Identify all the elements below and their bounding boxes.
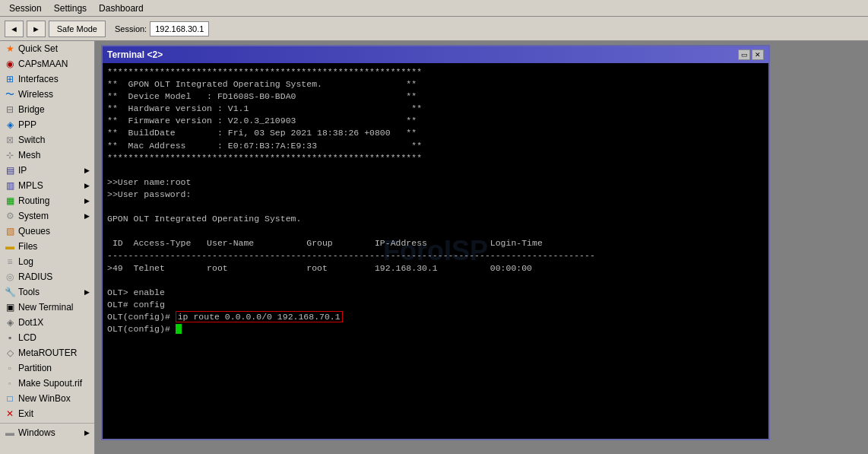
terminal-line: ** Mac Address : E0:67:B3:7A:E9:33 **	[107, 140, 764, 152]
sidebar-label-files: Files	[18, 241, 37, 252]
sidebar-item-mesh[interactable]: ⊹ Mesh	[0, 148, 94, 163]
dot1x-icon: ◈	[5, 317, 15, 328]
sidebar-label-bridge: Bridge	[18, 104, 45, 115]
terminal-line: ID Access-Type User-Name Group IP-Addres…	[107, 237, 764, 249]
terminal-line: ** Hardware version : V1.1 **	[107, 103, 764, 115]
session-value: 192.168.30.1	[150, 21, 209, 37]
sidebar-label-make-supout: Make Supout.rif	[18, 378, 82, 389]
sidebar-label-new-terminal: New Terminal	[18, 302, 73, 313]
partition-icon: ▫	[5, 363, 15, 373]
sidebar-item-quick-set[interactable]: ★ Quick Set	[0, 41, 94, 56]
sidebar-item-windows[interactable]: ▬ Windows ▶	[0, 425, 94, 440]
terminal-line: OLT# config	[107, 299, 764, 311]
sidebar-label-tools: Tools	[18, 287, 40, 297]
main-area: ★ Quick Set ◉ CAPsMAAN ⊞ Interfaces 〜 Wi…	[0, 41, 868, 454]
sidebar-label-wireless: Wireless	[18, 89, 53, 100]
sidebar-label-dot1x: Dot1X	[18, 317, 43, 328]
sidebar-item-metarouter[interactable]: ◇ MetaROUTER	[0, 345, 94, 360]
menu-dashboard[interactable]: Dashboard	[93, 2, 150, 15]
sidebar: ★ Quick Set ◉ CAPsMAAN ⊞ Interfaces 〜 Wi…	[0, 41, 95, 454]
radius-icon: ◎	[5, 271, 15, 282]
new-terminal-icon: ▣	[5, 302, 15, 313]
sidebar-item-bridge[interactable]: ⊟ Bridge	[0, 102, 94, 117]
windows-arrow: ▶	[84, 429, 90, 437]
terminal-close-btn[interactable]: ✕	[752, 49, 764, 60]
terminal-line: ** Firmware version : V2.0.3_210903 **	[107, 115, 764, 127]
sidebar-item-lcd[interactable]: ▪ LCD	[0, 330, 94, 345]
log-icon: ≡	[5, 256, 15, 267]
sidebar-divider	[0, 423, 94, 424]
capsman-icon: ◉	[5, 59, 15, 69]
ip-arrow: ▶	[84, 167, 90, 174]
toolbar: ◄ ► Safe Mode Session: 192.168.30.1	[0, 17, 868, 41]
terminal-prompt-line: OLT(config)#	[107, 323, 764, 335]
sidebar-item-log[interactable]: ≡ Log	[0, 254, 94, 269]
ip-icon: ▤	[5, 165, 15, 176]
sidebar-item-ip[interactable]: ▤ IP ▶	[0, 163, 94, 178]
sidebar-item-switch[interactable]: ⊠ Switch	[0, 132, 94, 148]
mesh-icon: ⊹	[5, 150, 15, 160]
terminal-line: OLT> enable	[107, 287, 764, 299]
terminal-line: >>User name:root	[107, 176, 764, 189]
wireless-icon: 〜	[5, 89, 15, 100]
back-button[interactable]: ◄	[5, 21, 24, 37]
switch-icon: ⊠	[5, 135, 15, 145]
interfaces-icon: ⊞	[5, 74, 15, 84]
sidebar-item-tools[interactable]: 🔧 Tools ▶	[0, 284, 94, 300]
sidebar-item-wireless[interactable]: 〜 Wireless	[0, 87, 94, 102]
sidebar-item-dot1x[interactable]: ◈ Dot1X	[0, 315, 94, 330]
sidebar-label-radius: RADIUS	[18, 271, 52, 282]
sidebar-label-windows: Windows	[18, 427, 55, 438]
safe-mode-button[interactable]: Safe Mode	[49, 21, 106, 37]
terminal-body[interactable]: ForoISP ********************************…	[103, 63, 768, 439]
sidebar-label-ip: IP	[18, 165, 27, 176]
exit-icon: ✕	[5, 408, 15, 419]
sidebar-item-make-supout[interactable]: ◦ Make Supout.rif	[0, 376, 94, 391]
sidebar-item-queues[interactable]: ▧ Queues	[0, 224, 94, 239]
sidebar-label-mesh: Mesh	[18, 150, 40, 160]
terminal-line	[107, 201, 764, 213]
forward-button[interactable]: ►	[27, 21, 46, 37]
terminal-line: ** GPON OLT Integrated Operating System.…	[107, 78, 764, 90]
sidebar-item-exit[interactable]: ✕ Exit	[0, 406, 94, 421]
terminal-controls: ▭ ✕	[738, 49, 764, 60]
terminal-title: Terminal <2>	[107, 49, 163, 60]
sidebar-item-radius[interactable]: ◎ RADIUS	[0, 269, 94, 284]
system-arrow: ▶	[84, 212, 90, 220]
menubar: Session Settings Dashboard	[0, 0, 868, 17]
tools-arrow: ▶	[84, 288, 90, 296]
quick-set-icon: ★	[5, 43, 15, 54]
sidebar-item-partition[interactable]: ▫ Partition	[0, 360, 94, 376]
sidebar-item-mpls[interactable]: ▥ MPLS ▶	[0, 178, 94, 193]
queues-icon: ▧	[5, 226, 15, 237]
sidebar-label-queues: Queues	[18, 226, 50, 237]
terminal-line	[107, 225, 764, 237]
sidebar-item-files[interactable]: ▬ Files	[0, 239, 94, 254]
terminal-line: ****************************************…	[107, 152, 764, 164]
menu-settings[interactable]: Settings	[48, 2, 93, 15]
sidebar-label-metarouter: MetaROUTER	[18, 348, 77, 358]
sidebar-item-ppp[interactable]: ◈ PPP	[0, 117, 94, 132]
sidebar-label-routing: Routing	[18, 195, 49, 206]
sidebar-label-system: System	[18, 211, 49, 221]
sidebar-label-interfaces: Interfaces	[18, 74, 59, 84]
sidebar-item-new-winbox[interactable]: □ New WinBox	[0, 391, 94, 406]
sidebar-label-quick-set: Quick Set	[18, 43, 58, 54]
lcd-icon: ▪	[5, 332, 15, 343]
terminal-line: ----------------------------------------…	[107, 249, 764, 262]
sidebar-item-new-terminal[interactable]: ▣ New Terminal	[0, 300, 94, 315]
terminal-cursor	[176, 324, 182, 334]
sidebar-item-routing[interactable]: ▦ Routing ▶	[0, 193, 94, 208]
windows-icon: ▬	[5, 427, 15, 438]
sidebar-item-capsman[interactable]: ◉ CAPsMAAN	[0, 56, 94, 71]
sidebar-label-log: Log	[18, 256, 33, 267]
metarouter-icon: ◇	[5, 348, 15, 358]
sidebar-item-interfaces[interactable]: ⊞ Interfaces	[0, 71, 94, 87]
routing-icon: ▦	[5, 195, 15, 206]
terminal-restore-btn[interactable]: ▭	[738, 49, 750, 60]
menu-session[interactable]: Session	[3, 2, 48, 15]
terminal-line: >49 Telnet root root 192.168.30.1 00:00:…	[107, 262, 764, 275]
sidebar-item-system[interactable]: ⚙ System ▶	[0, 208, 94, 224]
files-icon: ▬	[5, 241, 15, 252]
sidebar-label-exit: Exit	[18, 408, 33, 419]
